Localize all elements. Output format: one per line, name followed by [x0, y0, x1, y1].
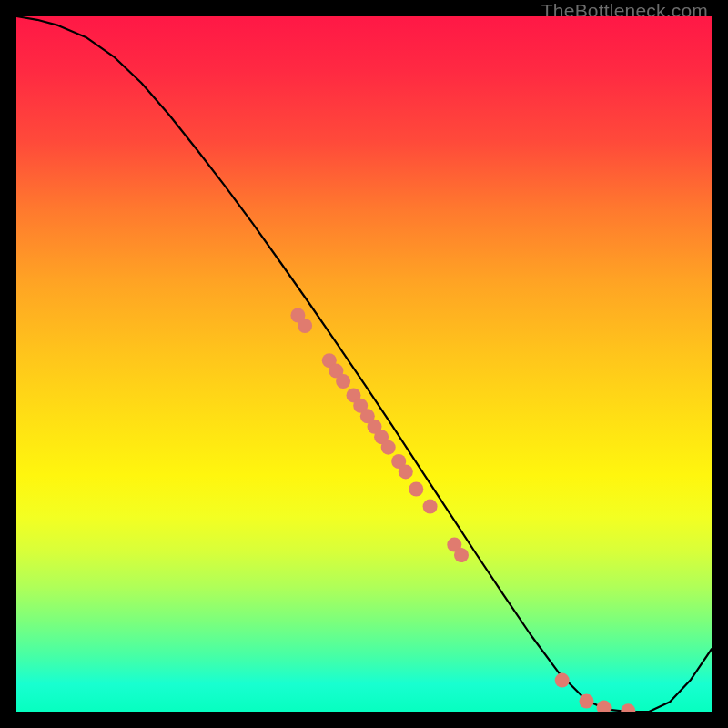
highlight-dot [423, 500, 438, 514]
highlight-dot [597, 700, 612, 712]
highlight-dot [580, 694, 594, 709]
chart-overlay [16, 16, 712, 712]
highlight-dot [454, 548, 469, 562]
highlight-dot [555, 673, 570, 688]
chart-stage: TheBottleneck.com [0, 0, 728, 728]
highlight-dot [409, 482, 423, 497]
plot-area [16, 16, 712, 712]
highlight-dot [381, 440, 396, 455]
highlight-dot [298, 318, 312, 333]
bottleneck-curve [16, 16, 712, 712]
highlight-dot [399, 464, 413, 479]
highlight-dots [290, 308, 635, 713]
highlight-dot [621, 703, 635, 712]
highlight-dot [336, 374, 350, 389]
